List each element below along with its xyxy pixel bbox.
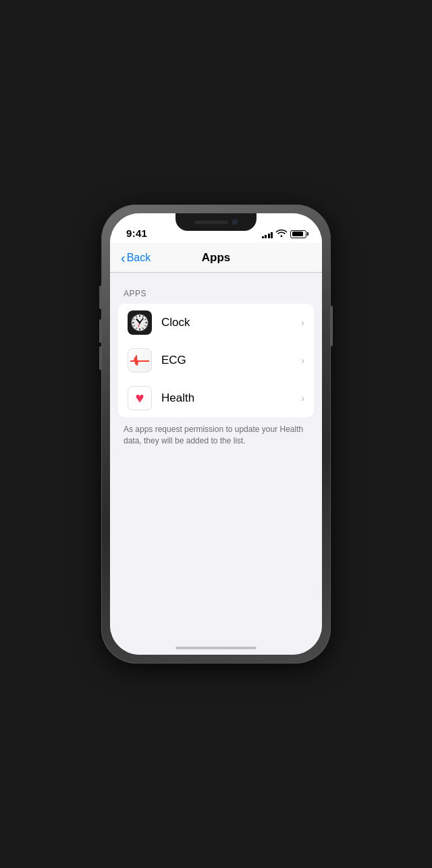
ecg-chevron-icon: › [301,355,304,366]
clock-chevron-icon: › [301,317,304,328]
list-item-ecg[interactable]: ECG › [118,342,314,379]
notch [176,213,256,231]
back-button[interactable]: ‹ Back [115,248,156,267]
status-time: 9:41 [126,227,147,239]
signal-icon [262,230,273,238]
section-footer: As apps request permission to update you… [110,417,322,447]
section-label: APPS [110,289,322,304]
status-icons [262,229,309,239]
front-camera [232,219,238,225]
phone-screen: 9:41 [110,213,322,655]
clock-app-icon [128,310,152,335]
back-label: Back [127,252,151,264]
speaker-grille [194,221,228,224]
wifi-icon [276,229,287,239]
svg-point-17 [139,322,141,324]
home-indicator[interactable] [176,647,256,649]
clock-item-label: Clock [161,316,301,329]
heart-icon: ♥ [135,391,144,406]
list-item-clock[interactable]: Clock › [118,304,314,342]
phone-frame: 9:41 [101,205,331,663]
health-chevron-icon: › [301,393,304,404]
list-item-health[interactable]: ♥ Health › [118,379,314,417]
ecg-item-label: ECG [161,354,301,367]
health-item-label: Health [161,391,301,405]
back-chevron-icon: ‹ [121,251,126,265]
navigation-bar: ‹ Back Apps [110,243,322,273]
page-title: Apps [202,251,231,265]
health-app-icon: ♥ [128,386,152,410]
battery-icon [290,230,308,238]
apps-list: Clock › ECG › ♥ [118,304,314,417]
status-bar: 9:41 [110,213,322,243]
content-area: APPS [110,273,322,655]
ecg-app-icon [128,348,152,373]
